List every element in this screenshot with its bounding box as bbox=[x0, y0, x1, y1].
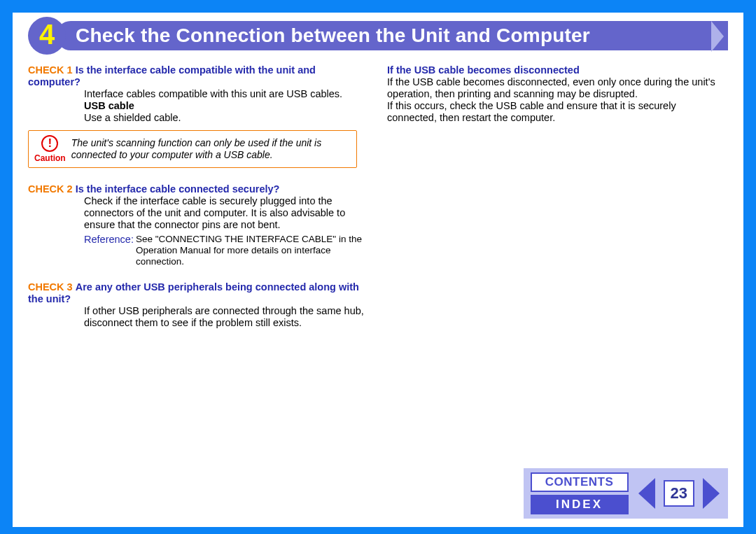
check1-heading: CHECK 1 Is the interface cable compatibl… bbox=[28, 64, 369, 88]
usb-disconnect-p1: If the USB cable becomes disconnected, e… bbox=[387, 76, 728, 100]
svg-marker-2 bbox=[703, 478, 720, 509]
usb-disconnect-section: If the USB cable becomes disconnected If… bbox=[387, 64, 728, 125]
check3-heading: CHECK 3 Are any other USB peripherals be… bbox=[28, 281, 369, 305]
check2-section: CHECK 2 Is the interface cable connected… bbox=[28, 183, 369, 267]
index-button[interactable]: INDEX bbox=[531, 495, 629, 514]
contents-button[interactable]: CONTENTS bbox=[531, 472, 629, 492]
check2-label: CHECK 2 bbox=[28, 183, 73, 195]
caution-icon: ! Caution bbox=[34, 135, 66, 163]
usb-cable-label: USB cable bbox=[84, 100, 369, 112]
chapter-title: Check the Connection between the Unit an… bbox=[76, 24, 590, 47]
caution-label: Caution bbox=[34, 153, 66, 163]
footer-nav: CONTENTS INDEX 23 bbox=[524, 468, 728, 519]
caution-text: The unit's scanning function can only be… bbox=[71, 137, 351, 160]
document-frame: 4 Check the Connection between the Unit … bbox=[0, 0, 756, 534]
usb-cable-body: Use a shielded cable. bbox=[84, 112, 369, 124]
check1-section: CHECK 1 Is the interface cable compatibl… bbox=[28, 64, 369, 125]
caution-box: ! Caution The unit's scanning function c… bbox=[28, 130, 357, 168]
prev-page-button[interactable] bbox=[637, 478, 655, 509]
check1-body: Interface cables compatible with this un… bbox=[84, 88, 369, 100]
check2-body: Check if the interface cable is securely… bbox=[84, 195, 369, 231]
svg-marker-0 bbox=[711, 21, 724, 52]
chevron-right-icon bbox=[711, 21, 731, 52]
check3-body: If other USB peripherals are connected t… bbox=[84, 305, 369, 329]
usb-disconnect-heading: If the USB cable becomes disconnected bbox=[387, 64, 728, 76]
page-number: 23 bbox=[664, 480, 694, 507]
check1-label: CHECK 1 bbox=[28, 64, 73, 76]
chapter-header: 4 Check the Connection between the Unit … bbox=[28, 18, 728, 53]
reference-label: Reference: bbox=[84, 234, 134, 245]
left-column: CHECK 1 Is the interface cable compatibl… bbox=[28, 64, 369, 342]
svg-marker-1 bbox=[638, 478, 655, 509]
chapter-number-badge: 4 bbox=[28, 17, 66, 55]
content-columns: CHECK 1 Is the interface cable compatibl… bbox=[28, 64, 728, 342]
check3-question: Are any other USB peripherals being conn… bbox=[28, 281, 359, 304]
page: 4 Check the Connection between the Unit … bbox=[13, 13, 743, 527]
check2-heading: CHECK 2 Is the interface cable connected… bbox=[28, 183, 369, 195]
reference-body: See "CONNECTING THE INTERFACE CABLE" in … bbox=[133, 234, 369, 267]
usb-disconnect-p2: If this occurs, check the USB cable and … bbox=[387, 100, 728, 124]
check3-label: CHECK 3 bbox=[28, 281, 73, 293]
chapter-number: 4 bbox=[39, 19, 55, 50]
check3-section: CHECK 3 Are any other USB peripherals be… bbox=[28, 281, 369, 329]
check2-question: Is the interface cable connected securel… bbox=[76, 183, 280, 195]
next-page-button[interactable] bbox=[703, 478, 721, 509]
exclamation-icon: ! bbox=[41, 135, 58, 152]
right-column: If the USB cable becomes disconnected If… bbox=[387, 64, 728, 342]
footer-links: CONTENTS INDEX bbox=[531, 472, 629, 514]
